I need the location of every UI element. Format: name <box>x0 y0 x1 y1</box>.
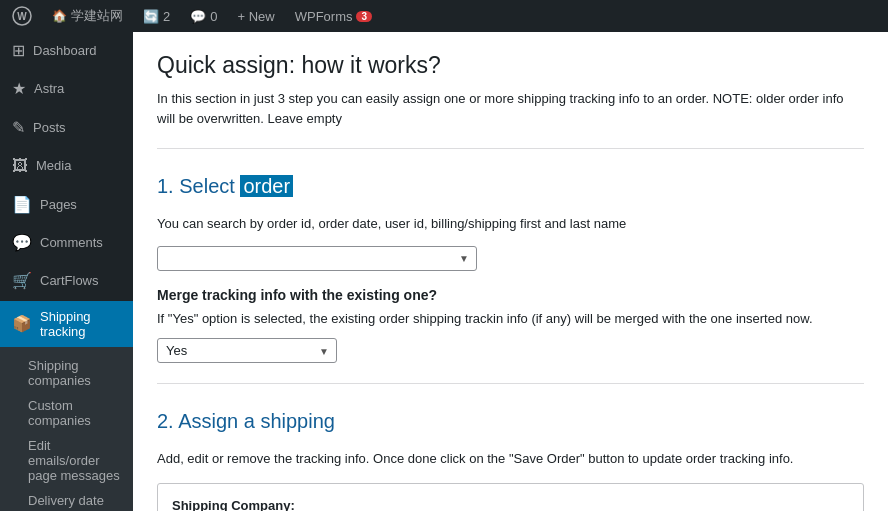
admin-bar: W 🏠 学建站网 🔄 2 💬 0 + New WPForms 3 <box>0 0 888 32</box>
divider-2 <box>157 383 864 384</box>
sidebar-label-shipping-tracking: Shipping tracking <box>40 309 121 339</box>
section-2-title: 2. Assign a shipping <box>157 400 864 441</box>
media-icon: 🖼 <box>12 155 28 177</box>
section-2-title-text: Assign a shipping <box>174 410 335 432</box>
admin-bar-comments[interactable]: 💬 0 <box>186 9 221 24</box>
sidebar-label-astra: Astra <box>34 80 64 98</box>
admin-bar-site[interactable]: 🏠 学建站网 <box>48 7 127 25</box>
sidebar-item-pages[interactable]: 📄 Pages <box>0 186 133 224</box>
section-1: 1. Select order You can search by order … <box>157 165 864 271</box>
sidebar-item-astra[interactable]: ★ Astra <box>0 70 133 108</box>
order-search-select[interactable] <box>157 246 477 271</box>
section-1-number: 1. <box>157 175 174 197</box>
section-1-title-prefix: Select <box>179 175 240 197</box>
cartflows-icon: 🛒 <box>12 270 32 292</box>
posts-icon: ✎ <box>12 117 25 139</box>
section-2: 2. Assign a shipping Add, edit or remove… <box>157 400 864 511</box>
admin-bar-new[interactable]: + New <box>233 9 278 24</box>
order-search-wrapper[interactable] <box>157 246 477 271</box>
comments-icon: 💬 <box>12 232 32 254</box>
sidebar-item-dashboard[interactable]: ⊞ Dashboard <box>0 32 133 70</box>
sidebar-item-cartflows[interactable]: 🛒 CartFlows <box>0 262 133 300</box>
sidebar-sub-shipping-companies[interactable]: Shipping companies <box>28 353 133 393</box>
section-1-title: 1. Select order <box>157 165 864 206</box>
main-layout: ⊞ Dashboard ★ Astra ✎ Posts 🖼 Media 📄 Pa… <box>0 32 888 511</box>
section-2-desc: Add, edit or remove the tracking info. O… <box>157 449 864 469</box>
admin-bar-wp-logo[interactable]: W <box>8 6 36 26</box>
pages-icon: 📄 <box>12 194 32 216</box>
dashboard-icon: ⊞ <box>12 40 25 62</box>
shipping-tracking-icon: 📦 <box>12 314 32 333</box>
admin-bar-updates[interactable]: 🔄 2 <box>139 9 174 24</box>
sidebar-item-posts[interactable]: ✎ Posts <box>0 109 133 147</box>
merge-select-wrapper[interactable]: Yes No <box>157 338 337 363</box>
page-title: Quick assign: how it works? <box>157 52 864 79</box>
wpforms-badge: 3 <box>356 11 372 22</box>
sidebar-label-comments: Comments <box>40 234 103 252</box>
merge-title: Merge tracking info with the existing on… <box>157 287 864 303</box>
sidebar: ⊞ Dashboard ★ Astra ✎ Posts 🖼 Media 📄 Pa… <box>0 32 133 511</box>
sidebar-sub-edit-emails[interactable]: Edit emails/order page messages <box>28 433 133 488</box>
admin-bar-wpforms[interactable]: WPForms 3 <box>291 9 376 24</box>
merge-desc: If "Yes" option is selected, the existin… <box>157 309 864 329</box>
section-2-number: 2. <box>157 410 174 432</box>
divider-1 <box>157 148 864 149</box>
astra-icon: ★ <box>12 78 26 100</box>
sidebar-sub-custom-companies[interactable]: Custom companies <box>28 393 133 433</box>
sidebar-label-pages: Pages <box>40 196 77 214</box>
svg-text:W: W <box>17 11 27 22</box>
merge-section: Merge tracking info with the existing on… <box>157 287 864 364</box>
sidebar-label-dashboard: Dashboard <box>33 42 97 60</box>
sidebar-label-cartflows: CartFlows <box>40 272 99 290</box>
shipping-company-label: Shipping Company: <box>172 498 849 512</box>
sidebar-item-media[interactable]: 🖼 Media <box>0 147 133 185</box>
merge-select[interactable]: Yes No <box>157 338 337 363</box>
sidebar-item-comments[interactable]: 💬 Comments <box>0 224 133 262</box>
section-1-title-highlight: order <box>240 175 293 197</box>
section-1-desc: You can search by order id, order date, … <box>157 214 864 234</box>
sidebar-label-media: Media <box>36 157 71 175</box>
sidebar-submenu: Shipping companies Custom companies Edit… <box>0 347 133 511</box>
shipping-company-section: Shipping Company: DHL Poland Domestic DH… <box>157 483 864 512</box>
sidebar-sub-delivery-date[interactable]: Delivery date and time input fields <box>28 488 133 511</box>
page-description: In this section in just 3 step you can e… <box>157 89 864 128</box>
sidebar-label-posts: Posts <box>33 119 66 137</box>
sidebar-item-shipping-tracking[interactable]: 📦 Shipping tracking <box>0 301 133 347</box>
main-content: Quick assign: how it works? In this sect… <box>133 32 888 511</box>
